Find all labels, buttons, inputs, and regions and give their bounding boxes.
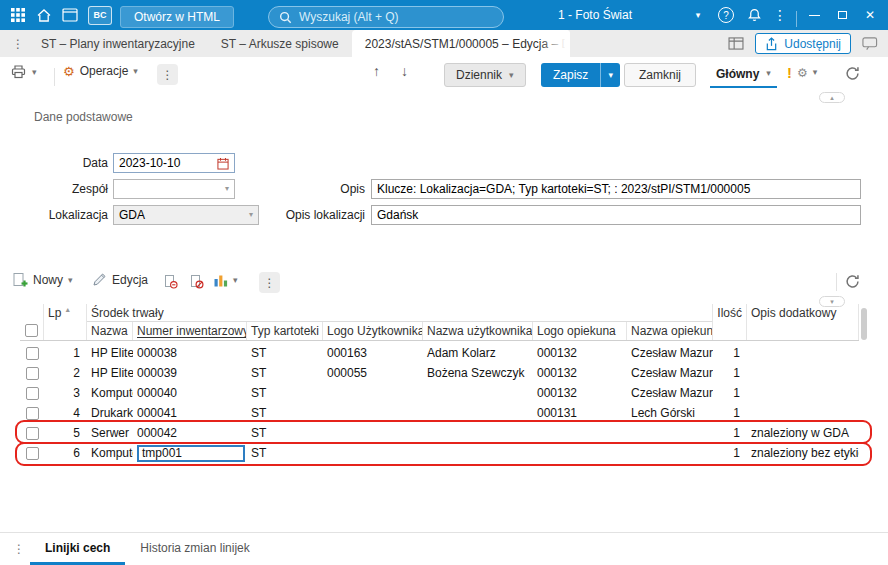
table-row[interactable]: 5Serwer000042ST1znaleziony w GDA bbox=[20, 423, 859, 443]
column-header-logo-opiekuna[interactable]: Logo opiekuna bbox=[533, 322, 627, 340]
operations-label: Operacje bbox=[80, 64, 129, 78]
company-chevron[interactable]: ▾ bbox=[690, 0, 706, 30]
search-box[interactable] bbox=[268, 6, 504, 28]
window-minimize-button[interactable] bbox=[801, 0, 827, 30]
save-label: Zapisz bbox=[541, 68, 600, 82]
select-all-checkbox[interactable] bbox=[25, 324, 38, 337]
column-header-nazwa-opiekuna[interactable]: Nazwa opiekuna bbox=[627, 322, 713, 340]
cell-nazwa_u: Adam Kolarz bbox=[423, 346, 533, 360]
toolbar-more-button[interactable]: ⋮ bbox=[157, 64, 178, 85]
tab-arkusze-spisowe[interactable]: ST – Arkusze spisowe bbox=[208, 30, 352, 57]
table-row[interactable]: 3Komputer000040ST000132Czesław Mazurek1 bbox=[20, 383, 859, 403]
chart-button[interactable]: ▾ bbox=[214, 274, 238, 287]
search-input[interactable] bbox=[299, 10, 493, 24]
notifications-button[interactable] bbox=[742, 0, 766, 30]
column-header-ilosc[interactable]: Ilość bbox=[713, 304, 747, 340]
tabbar-menu-button[interactable]: ⋮ bbox=[8, 30, 28, 57]
cell-opis: znaleziony w GDA bbox=[747, 426, 859, 440]
arrow-up-icon: ↑ bbox=[373, 64, 380, 78]
edit-button[interactable]: Edycja bbox=[92, 272, 148, 287]
verifier-settings-button[interactable]: ! ⚙ ▾ bbox=[787, 65, 817, 80]
cell-nazwa: HP Elite bbox=[87, 366, 133, 380]
table-row[interactable]: 1HP Elite000038ST000163Adam Kolarz000132… bbox=[20, 343, 859, 363]
row-checkbox[interactable] bbox=[26, 427, 39, 440]
row-checkbox[interactable] bbox=[26, 447, 39, 460]
table-row[interactable]: 2HP Elite000039ST000055Bożena Szewczyk00… bbox=[20, 363, 859, 383]
share-icon bbox=[765, 37, 778, 51]
delete-button[interactable] bbox=[189, 274, 204, 289]
data-date-field[interactable]: 2023-10-10 bbox=[113, 153, 235, 173]
copy-button[interactable] bbox=[163, 274, 178, 289]
cell-nazwa_o: Czesław Mazurek bbox=[627, 386, 713, 400]
column-header-numer-inwentarzowy[interactable]: Numer inwentarzowy bbox=[133, 322, 247, 340]
tab-active-edycja[interactable]: 2023/stAS/STM1/000005 – Edycja – D bbox=[352, 30, 570, 57]
row-checkbox[interactable] bbox=[26, 387, 39, 400]
close-document-button[interactable]: Zamknij bbox=[624, 63, 696, 87]
company-selector[interactable]: 1 - Foto Świat bbox=[505, 0, 685, 30]
calendar-icon[interactable] bbox=[217, 157, 229, 170]
bottom-menu-button[interactable]: ⋮ bbox=[8, 533, 30, 565]
opis-field[interactable]: Klucze: Lokalizacja=GDA; Typ kartoteki=S… bbox=[371, 179, 861, 199]
cell-nazwa_o: Czesław Mazurek bbox=[627, 366, 713, 380]
operations-button[interactable]: ⚙ Operacje ▾ bbox=[63, 64, 138, 78]
print-button[interactable]: ▾ bbox=[10, 64, 37, 80]
move-up-button[interactable]: ↑ bbox=[373, 64, 380, 78]
column-header-nazwa[interactable]: Nazwa bbox=[87, 322, 133, 340]
chevron-down-icon: ▾ bbox=[233, 276, 238, 285]
grid-refresh-button[interactable] bbox=[845, 274, 860, 289]
bc-module-button[interactable]: BC bbox=[86, 0, 114, 30]
opis-label: Opis bbox=[305, 179, 365, 199]
zespol-dropdown[interactable]: ▾ bbox=[113, 179, 235, 199]
row-checkbox[interactable] bbox=[26, 367, 39, 380]
refresh-icon bbox=[845, 66, 860, 81]
topbar-menu-button[interactable]: ⋮ bbox=[770, 0, 790, 30]
journal-dropdown[interactable]: Dziennik ▾ bbox=[444, 63, 526, 87]
column-header-lp[interactable]: Lp ▲ bbox=[44, 304, 87, 340]
column-header-nazwa-uzytkownika[interactable]: Nazwa użytkownika bbox=[423, 322, 533, 340]
gear-icon: ⚙ bbox=[797, 67, 808, 79]
refresh-button[interactable] bbox=[845, 66, 860, 81]
main-view-dropdown[interactable]: Główny ▾ bbox=[710, 61, 777, 88]
delete-icon bbox=[189, 274, 204, 289]
lokalizacja-dropdown[interactable]: GDA ▾ bbox=[113, 205, 259, 225]
table-row[interactable]: 4Drukarka000041ST000131Lech Górski1 bbox=[20, 403, 859, 423]
move-down-button[interactable]: ↓ bbox=[401, 64, 408, 78]
grid-more-button[interactable]: ⋮ bbox=[259, 272, 280, 293]
column-header-opis-dodatkowy[interactable]: Opis dodatkowy bbox=[747, 304, 859, 340]
column-header-typ-kartoteki[interactable]: Typ kartoteki bbox=[247, 322, 323, 340]
bottom-tab-linijki-cech[interactable]: Linijki cech bbox=[30, 533, 125, 565]
row-checkbox[interactable] bbox=[26, 407, 39, 420]
main-view-label: Główny bbox=[716, 67, 759, 81]
table-row[interactable]: 6Komputertmp001ST1znaleziony bez etykiet… bbox=[20, 443, 859, 463]
chevron-down-icon: ▾ bbox=[133, 67, 138, 76]
collapse-form-toggle[interactable]: ▴ bbox=[819, 92, 845, 103]
sort-asc-icon: ▲ bbox=[64, 306, 71, 313]
cell-logo_o: 000132 bbox=[533, 346, 627, 360]
window-close-button[interactable]: ✕ bbox=[857, 0, 883, 30]
cell-nazwa: Drukarka bbox=[87, 406, 133, 420]
open-in-html-button[interactable]: Otwórz w HTML bbox=[120, 0, 234, 30]
maximize-icon bbox=[838, 11, 847, 19]
bottom-tab-historia-zmian[interactable]: Historia zmian linijek bbox=[125, 533, 264, 565]
inline-edit-input[interactable]: tmp001 bbox=[137, 445, 245, 462]
lokalizacja-value: GDA bbox=[119, 208, 249, 222]
opis-lokalizacji-field[interactable]: Gdańsk bbox=[371, 205, 861, 225]
cell-ilosc: 1 bbox=[713, 386, 747, 400]
windows-button[interactable] bbox=[58, 0, 82, 30]
new-button[interactable]: Nowy ▾ bbox=[12, 272, 73, 288]
row-checkbox[interactable] bbox=[26, 347, 39, 360]
share-button[interactable]: Udostępnij bbox=[755, 33, 851, 54]
close-icon: ✕ bbox=[865, 8, 875, 22]
tab-plany-inwentaryzacyjne[interactable]: ST – Plany inwentaryzacyjne bbox=[28, 30, 208, 57]
column-header-logo-uzytkownika[interactable]: Logo Użytkownika bbox=[323, 322, 423, 340]
close-label: Zamknij bbox=[639, 68, 681, 82]
layout-panels-icon[interactable] bbox=[728, 37, 744, 50]
vertical-scrollbar-thumb[interactable] bbox=[861, 308, 867, 340]
help-button[interactable]: ? bbox=[714, 0, 738, 30]
window-maximize-button[interactable] bbox=[829, 0, 855, 30]
column-group-srodek-trwaly[interactable]: Środek trwały bbox=[87, 304, 713, 322]
feedback-chat-icon[interactable] bbox=[862, 36, 878, 51]
save-button[interactable]: Zapisz ▾ bbox=[541, 63, 620, 87]
home-button[interactable] bbox=[32, 0, 56, 30]
app-menu-button[interactable] bbox=[6, 0, 30, 30]
